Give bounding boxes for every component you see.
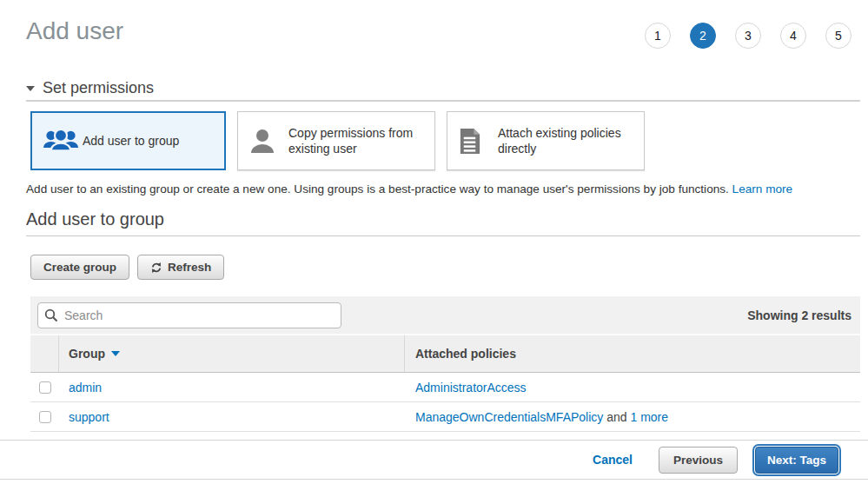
policy-link[interactable]: ManageOwnCredentialsMFAPolicy: [415, 410, 603, 424]
description-text: Add user to an existing group or create …: [26, 182, 732, 196]
set-permissions-collapse-header[interactable]: Set permissions: [26, 79, 154, 97]
group-link[interactable]: admin: [69, 381, 102, 394]
step-3: 3: [735, 23, 761, 49]
option-copy-permissions[interactable]: Copy permissions from existing user: [237, 111, 435, 170]
group-section-divider: [26, 235, 860, 236]
step-1: 1: [645, 23, 671, 49]
step-5: 5: [825, 23, 851, 49]
group-cell: support: [59, 402, 405, 431]
learn-more-link[interactable]: Learn more: [732, 182, 793, 196]
permission-option-cards: Add user to group Copy permissions from …: [30, 111, 645, 170]
option-label: Copy permissions from existing user: [288, 125, 426, 156]
table-row-support: support ManageOwnCredentialsMFAPolicy an…: [30, 402, 860, 432]
sort-descending-icon: [111, 351, 120, 356]
row-checkbox[interactable]: [39, 411, 51, 423]
step-2-active: 2: [690, 23, 716, 49]
option-add-user-to-group[interactable]: Add user to group: [30, 111, 226, 170]
more-policies-link[interactable]: 1 more: [630, 410, 668, 424]
policy-link[interactable]: AdministratorAccess: [415, 381, 527, 394]
column-header-policies: Attached policies: [405, 347, 860, 361]
add-user-to-group-heading: Add user to group: [26, 209, 164, 229]
refresh-button[interactable]: Refresh: [137, 255, 224, 280]
next-tags-button[interactable]: Next: Tags: [755, 447, 838, 474]
wizard-footer-bar: Cancel Previous Next: Tags: [0, 440, 868, 480]
collapse-triangle-icon: [26, 86, 35, 91]
policy-cell: ManageOwnCredentialsMFAPolicy and 1 more: [405, 410, 860, 424]
search-input[interactable]: [37, 302, 341, 328]
refresh-icon: [150, 262, 162, 274]
set-permissions-title: Set permissions: [43, 79, 154, 97]
option-label: Attach existing policies directly: [498, 125, 635, 156]
create-group-button[interactable]: Create group: [30, 255, 129, 280]
add-user-wizard-page: Add user 1 2 3 4 5 Set permissions Add u…: [0, 0, 868, 484]
row-checkbox-cell: [30, 373, 59, 401]
document-icon: [458, 128, 498, 155]
results-count: Showing 2 results: [747, 308, 851, 322]
group-link[interactable]: support: [69, 410, 109, 424]
row-checkbox-cell: [30, 402, 59, 431]
create-group-label: Create group: [43, 261, 116, 274]
search-box: [37, 302, 341, 328]
wizard-step-indicator: 1 2 3 4 5: [645, 23, 851, 49]
option-attach-policies[interactable]: Attach existing policies directly: [447, 111, 645, 170]
table-row-admin: admin AdministratorAccess: [30, 373, 860, 402]
group-column-label: Group: [69, 347, 105, 361]
page-title: Add user: [26, 17, 123, 45]
group-toolbar: Create group Refresh: [30, 255, 224, 280]
policy-cell: AdministratorAccess: [405, 381, 860, 394]
table-search-band: Showing 2 results: [30, 296, 860, 335]
search-icon: [44, 308, 58, 326]
user-group-icon: [43, 128, 83, 154]
step-4: 4: [780, 23, 806, 49]
cancel-link[interactable]: Cancel: [593, 453, 633, 467]
group-cell: admin: [59, 373, 405, 401]
group-description-text: Add user to an existing group or create …: [26, 182, 851, 196]
table-header-row: Group Attached policies: [30, 335, 860, 373]
header-checkbox-cell: [30, 335, 59, 372]
option-label: Add user to group: [83, 133, 179, 149]
previous-button[interactable]: Previous: [659, 447, 738, 474]
refresh-label: Refresh: [168, 261, 211, 274]
groups-table: Showing 2 results Group Attached policie…: [30, 296, 860, 432]
user-icon: [248, 127, 288, 155]
column-header-group[interactable]: Group: [59, 335, 405, 372]
and-text: and: [603, 410, 630, 424]
section-divider: [26, 100, 860, 102]
row-checkbox[interactable]: [39, 381, 51, 394]
policies-column-label: Attached policies: [415, 347, 516, 361]
